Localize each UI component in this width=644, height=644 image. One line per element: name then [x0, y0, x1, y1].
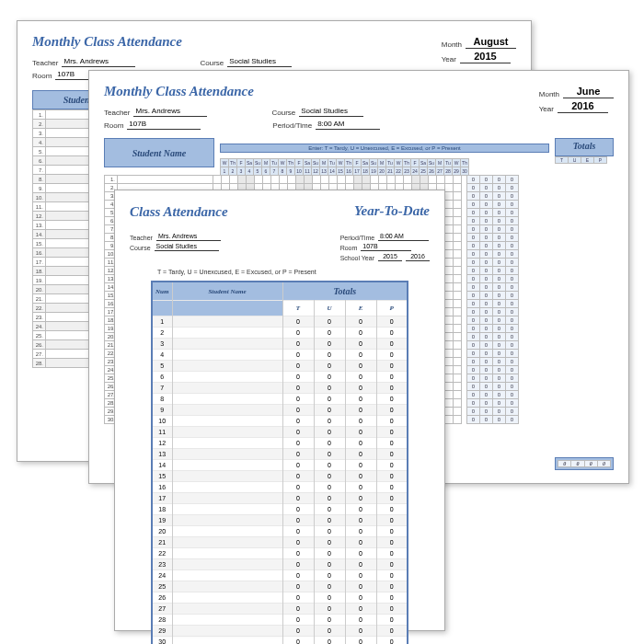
attendance-cell[interactable]	[213, 176, 222, 184]
attendance-cell[interactable]	[454, 209, 462, 217]
student-name-cell[interactable]	[172, 637, 282, 645]
attendance-cell[interactable]	[445, 333, 454, 341]
attendance-cell[interactable]	[454, 391, 462, 399]
attendance-cell[interactable]	[454, 374, 462, 383]
attendance-cell[interactable]	[445, 234, 454, 242]
attendance-cell[interactable]	[280, 176, 288, 184]
student-name-cell[interactable]	[172, 372, 282, 383]
attendance-cell[interactable]	[454, 399, 462, 408]
attendance-cell[interactable]	[454, 283, 462, 292]
attendance-cell[interactable]	[379, 176, 387, 184]
attendance-cell[interactable]	[445, 358, 454, 366]
attendance-cell[interactable]	[437, 176, 445, 184]
student-name-cell[interactable]	[172, 328, 282, 339]
attendance-cell[interactable]	[354, 176, 362, 184]
attendance-cell[interactable]	[454, 316, 462, 325]
attendance-cell[interactable]	[263, 176, 271, 184]
student-name-cell[interactable]	[172, 592, 282, 604]
attendance-cell[interactable]	[445, 416, 454, 424]
attendance-cell[interactable]	[445, 374, 454, 383]
attendance-cell[interactable]	[445, 283, 454, 292]
attendance-cell[interactable]	[445, 184, 454, 192]
attendance-cell[interactable]	[454, 275, 462, 283]
attendance-cell[interactable]	[445, 209, 454, 217]
attendance-cell[interactable]	[445, 325, 454, 333]
attendance-cell[interactable]	[454, 408, 462, 416]
attendance-cell[interactable]	[454, 267, 462, 275]
attendance-cell[interactable]	[255, 176, 263, 184]
attendance-cell[interactable]	[445, 350, 454, 358]
attendance-cell[interactable]	[454, 300, 462, 308]
attendance-cell[interactable]	[454, 217, 462, 225]
attendance-cell[interactable]	[412, 176, 420, 184]
student-name-cell[interactable]	[172, 615, 282, 626]
attendance-cell[interactable]	[420, 176, 429, 184]
student-name-cell[interactable]	[172, 526, 282, 537]
attendance-cell[interactable]	[445, 192, 454, 201]
attendance-cell[interactable]	[445, 225, 454, 234]
student-name-cell[interactable]	[172, 339, 282, 350]
attendance-cell[interactable]	[371, 176, 379, 184]
student-name-cell[interactable]	[172, 460, 282, 471]
attendance-cell[interactable]	[387, 176, 396, 184]
attendance-cell[interactable]	[445, 300, 454, 308]
student-name-cell[interactable]	[172, 405, 282, 416]
student-name-cell[interactable]	[172, 416, 282, 427]
student-name-cell[interactable]	[172, 626, 282, 637]
student-name-cell[interactable]	[172, 394, 282, 405]
student-name-cell[interactable]	[172, 570, 282, 581]
attendance-cell[interactable]	[346, 176, 354, 184]
attendance-cell[interactable]	[445, 275, 454, 283]
attendance-cell[interactable]	[445, 292, 454, 300]
student-name-cell[interactable]	[172, 515, 282, 526]
attendance-cell[interactable]	[445, 242, 454, 250]
attendance-cell[interactable]	[445, 391, 454, 399]
attendance-cell[interactable]	[454, 350, 462, 358]
attendance-cell[interactable]	[362, 176, 371, 184]
student-name-cell[interactable]	[172, 559, 282, 570]
student-name-cell[interactable]	[172, 548, 282, 559]
attendance-cell[interactable]	[454, 341, 462, 350]
attendance-cell[interactable]	[445, 250, 454, 259]
attendance-cell[interactable]	[445, 217, 454, 225]
attendance-cell[interactable]	[404, 176, 412, 184]
student-name-cell[interactable]	[172, 361, 282, 372]
attendance-cell[interactable]	[429, 176, 437, 184]
student-name-cell[interactable]	[172, 438, 282, 449]
attendance-cell[interactable]	[454, 234, 462, 242]
student-name-cell[interactable]	[172, 482, 282, 493]
attendance-cell[interactable]	[445, 341, 454, 350]
attendance-cell[interactable]	[454, 184, 462, 192]
student-name-cell[interactable]	[118, 176, 213, 184]
attendance-cell[interactable]	[445, 259, 454, 267]
student-name-cell[interactable]	[172, 504, 282, 515]
attendance-cell[interactable]	[454, 325, 462, 333]
attendance-cell[interactable]	[445, 408, 454, 416]
attendance-cell[interactable]	[445, 383, 454, 391]
student-name-cell[interactable]	[172, 537, 282, 548]
attendance-cell[interactable]	[329, 176, 338, 184]
student-name-cell[interactable]	[172, 449, 282, 460]
attendance-cell[interactable]	[230, 176, 238, 184]
attendance-cell[interactable]	[454, 308, 462, 316]
attendance-cell[interactable]	[296, 176, 305, 184]
attendance-cell[interactable]	[454, 333, 462, 341]
attendance-cell[interactable]	[288, 176, 296, 184]
student-name-cell[interactable]	[172, 493, 282, 504]
attendance-cell[interactable]	[454, 192, 462, 201]
student-name-cell[interactable]	[172, 350, 282, 361]
attendance-cell[interactable]	[454, 250, 462, 259]
attendance-cell[interactable]	[454, 201, 462, 209]
attendance-cell[interactable]	[247, 176, 255, 184]
attendance-cell[interactable]	[454, 242, 462, 250]
attendance-cell[interactable]	[396, 176, 404, 184]
student-name-cell[interactable]	[172, 316, 282, 328]
attendance-cell[interactable]	[445, 267, 454, 275]
attendance-cell[interactable]	[454, 259, 462, 267]
attendance-cell[interactable]	[238, 176, 247, 184]
attendance-cell[interactable]	[454, 176, 462, 184]
attendance-cell[interactable]	[305, 176, 313, 184]
attendance-cell[interactable]	[454, 416, 462, 424]
attendance-cell[interactable]	[321, 176, 329, 184]
attendance-cell[interactable]	[454, 383, 462, 391]
